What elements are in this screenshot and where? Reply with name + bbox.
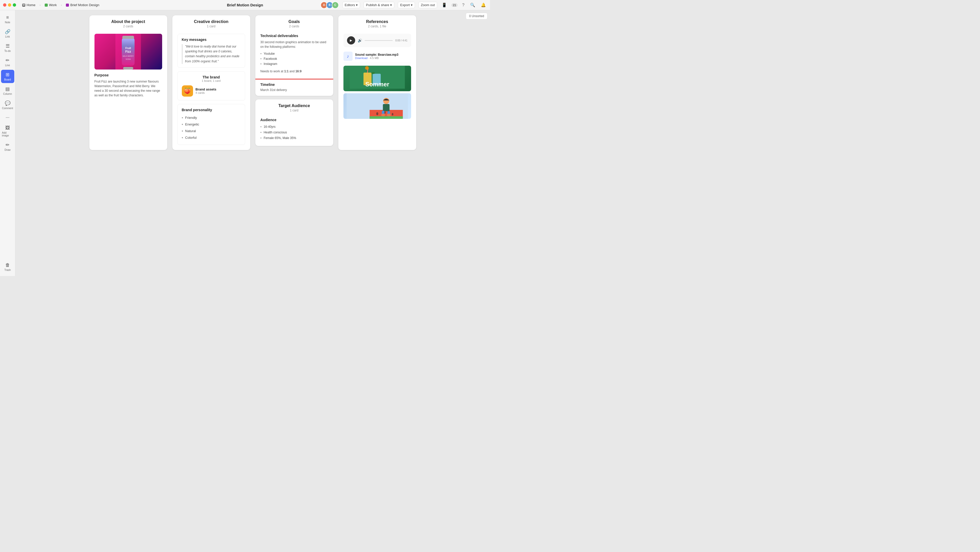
about-body: Fruit Fizz WILD BERRY SODA Purpose Fruit… xyxy=(89,31,167,103)
purpose-text: Fruit Fizz are launching 3 new summer fl… xyxy=(94,79,162,97)
unsorted-button[interactable]: 0 Unsorted xyxy=(466,13,487,19)
nav-work[interactable]: Work xyxy=(43,2,59,8)
sidebar-item-note[interactable]: ≡ Note xyxy=(1,13,14,26)
ta-title: Target Audience xyxy=(261,104,328,108)
trait-colorful: Colorful xyxy=(182,134,241,141)
file-info: Sound sample: Bearclaw.mp3 Download · 4.… xyxy=(355,53,399,59)
km-quote: "We'd love to really dial home that our … xyxy=(182,44,241,64)
todo-icon: ☰ xyxy=(6,43,10,49)
platform-instagram: Instagram xyxy=(261,61,328,67)
export-button[interactable]: Export ▾ xyxy=(398,2,415,8)
audience-body: Audience 16-40yrs Health conscious Femal… xyxy=(255,115,333,146)
nav-home-label: Home xyxy=(27,3,35,7)
personality-list: Friendly Energetic Natural Colorful xyxy=(182,115,241,141)
creative-header: Creative direction 1 card xyxy=(172,15,250,31)
personality-title: Brand personality xyxy=(182,108,241,112)
editors-button[interactable]: Editors ▾ xyxy=(342,2,360,8)
platform-youtube: Youtube xyxy=(261,51,328,56)
brand-assets-row[interactable]: 🍑 Brand assets 4 cards xyxy=(182,85,241,97)
svg-point-13 xyxy=(371,72,375,74)
sidebar-item-todo[interactable]: ☰ To-do xyxy=(1,41,14,54)
watermelon-image xyxy=(344,93,411,119)
purpose-title: Purpose xyxy=(94,73,162,77)
more-icon: ··· xyxy=(6,115,10,120)
close-button[interactable] xyxy=(3,3,6,6)
references-header: References 2 cards, 1 file xyxy=(338,15,416,31)
goals-subtitle: 2 cards xyxy=(261,24,328,28)
bell-icon[interactable]: 🔔 xyxy=(480,2,487,8)
comment-icon: 💬 xyxy=(5,101,11,106)
nav-work-label: Work xyxy=(49,3,57,7)
sidebar-item-link[interactable]: 🔗 Link xyxy=(1,27,14,40)
brand-subtitle: 1 board, 1 card xyxy=(182,79,241,82)
app-body: ≡ Note 🔗 Link ☰ To-do ✏ Line ⊞ Board ▤ C… xyxy=(0,10,490,276)
file-size: 4.5 MB xyxy=(370,56,379,59)
goals-column: Goals 2 cards Technical deliverables 30 … xyxy=(255,15,333,150)
brand-assets-icon: 🍑 xyxy=(182,85,193,97)
current-dot xyxy=(66,3,69,6)
sidebar-item-line[interactable]: ✏ Line xyxy=(1,56,14,69)
trait-energetic: Energetic xyxy=(182,121,241,128)
svg-text:Sommer: Sommer xyxy=(365,81,389,88)
about-subtitle: 2 cards xyxy=(94,24,162,28)
device-icon[interactable]: 📱 xyxy=(441,2,448,8)
audience-age: 16-40yrs xyxy=(261,124,328,129)
sidebar-item-trash[interactable]: 🗑 Trash xyxy=(1,260,14,273)
chevron-down-icon: ▾ xyxy=(356,3,358,7)
sidebar-item-addimage[interactable]: 🖼 Add image xyxy=(1,123,14,139)
search-icon[interactable]: 🔍 xyxy=(469,2,476,8)
play-button[interactable]: ▶ xyxy=(347,36,355,45)
minimize-button[interactable] xyxy=(8,3,11,6)
personality-card: Brand personality Friendly Energetic Nat… xyxy=(177,104,245,145)
about-card: About the project 2 cards xyxy=(89,15,167,150)
trait-friendly: Friendly xyxy=(182,115,241,121)
sound-file: ♪ Sound sample: Bearclaw.mp3 Download · … xyxy=(344,49,411,63)
km-title: Key messages xyxy=(182,38,241,41)
sidebar: ≡ Note 🔗 Link ☰ To-do ✏ Line ⊞ Board ▤ C… xyxy=(0,10,15,276)
sidebar-item-draw[interactable]: ✏ Draw xyxy=(1,140,14,153)
sidebar-item-board[interactable]: ⊞ Board xyxy=(1,70,14,83)
nav-separator-2: › xyxy=(61,3,62,7)
audio-player: ▶ 🔊 0:00 / 4:41 xyxy=(344,34,411,47)
timeline-title: Timeline xyxy=(261,83,328,87)
chevron-down-icon-3: ▾ xyxy=(411,3,413,7)
timeline-date: March 31st delivery xyxy=(261,88,328,92)
references-title: References xyxy=(344,19,411,24)
sidebar-item-column[interactable]: ▤ Column xyxy=(1,84,14,97)
download-link[interactable]: Download xyxy=(355,56,368,59)
line-icon: ✏ xyxy=(6,57,10,63)
file-download: Download · 4.5 MB xyxy=(355,56,399,59)
chevron-down-icon-2: ▾ xyxy=(390,3,392,7)
svg-point-26 xyxy=(381,114,385,116)
creative-title: Creative direction xyxy=(177,19,245,24)
titlebar: M Home › Work › Brief Motion Design Brie… xyxy=(0,0,490,10)
platforms-list: Youtube Facebook Instagram xyxy=(261,51,328,67)
home-icon: M xyxy=(22,3,25,6)
creative-subtitle: 1 card xyxy=(177,24,245,28)
references-card: References 2 cards, 1 file ▶ 🔊 0:00 / 4:… xyxy=(338,15,416,150)
goals-header: Goals 2 cards xyxy=(255,15,333,31)
sidebar-item-more[interactable]: ··· xyxy=(1,113,14,122)
nav-home[interactable]: M Home xyxy=(20,2,38,8)
board-grid: About the project 2 cards xyxy=(89,15,416,150)
audience-list: 16-40yrs Health conscious Female 65%, Ma… xyxy=(261,124,328,141)
publish-share-button[interactable]: Publish & share ▾ xyxy=(364,2,394,8)
brand-assets-name: Brand assets xyxy=(196,88,216,91)
progress-bar[interactable] xyxy=(364,40,393,41)
svg-text:Fizz: Fizz xyxy=(126,50,131,53)
trash-icon: 🗑 xyxy=(5,262,10,268)
sommer-svg: Sommer xyxy=(344,66,411,89)
brand-card-header: The brand 1 board, 1 card xyxy=(182,75,241,82)
zoom-button[interactable]: Zoom out xyxy=(418,2,437,8)
volume-icon[interactable]: 🔊 xyxy=(358,38,362,42)
sidebar-item-comment[interactable]: 💬 Comment xyxy=(1,98,14,112)
board-icon: ⊞ xyxy=(6,72,10,77)
reference-images: Sommer xyxy=(344,66,411,119)
titlebar-right: A B C Editors ▾ Publish & share ▾ Export… xyxy=(322,2,487,9)
fullscreen-button[interactable] xyxy=(13,3,16,6)
creative-card: Creative direction 1 card Key messages "… xyxy=(172,15,250,150)
svg-point-19 xyxy=(376,112,378,115)
nav-current[interactable]: Brief Motion Design xyxy=(64,2,101,8)
help-icon[interactable]: ? xyxy=(461,2,466,8)
deliverables-intro: 30 second motion graphics animation to b… xyxy=(261,40,328,49)
